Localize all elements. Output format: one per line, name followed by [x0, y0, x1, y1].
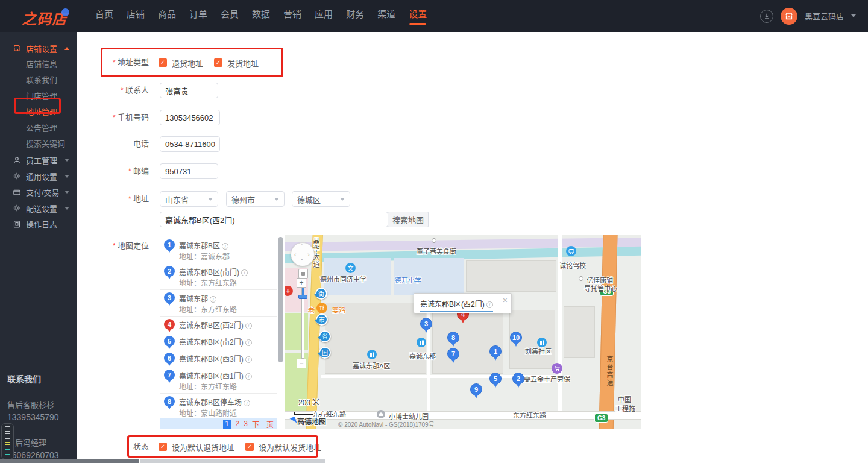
info-icon[interactable]: i [245, 323, 252, 329]
result-row-8[interactable]: 8嘉诚东郡B区停车场i地址：蒙山路附近 [160, 394, 277, 420]
map-locate-control[interactable] [298, 269, 308, 279]
next-page-link[interactable]: 下一页 [252, 419, 274, 429]
list-pin-icon: 2 [164, 266, 175, 277]
list-pin-icon: 1 [164, 239, 175, 250]
map-marker-5[interactable]: 5 [489, 373, 502, 385]
download-icon[interactable] [760, 10, 773, 23]
result-row-2[interactable]: 2嘉诚东郡B区(南门)i地址：东方红东路 [160, 263, 277, 290]
nav-item-10[interactable]: 渠道 [371, 0, 402, 32]
page-2[interactable]: 2 [236, 420, 240, 428]
phone-input[interactable] [160, 136, 220, 152]
page-3[interactable]: 3 [244, 420, 248, 428]
district-select[interactable]: 德城区 [292, 191, 350, 207]
result-address: 地址：东方红东路 [179, 381, 237, 391]
nav-item-9[interactable]: 财务 [339, 0, 371, 32]
map-label: 东方红东路 [513, 410, 546, 420]
checkbox-checked[interactable] [214, 58, 222, 67]
streetview-pin-icon[interactable]: 市 [316, 313, 328, 326]
sidebar-item-联系我们[interactable]: 联系我们 [0, 72, 77, 89]
zip-input[interactable] [160, 163, 218, 179]
zoom-out-button[interactable]: − [297, 359, 306, 368]
sidebar-item-地址管理[interactable]: 地址管理 [0, 104, 77, 121]
info-icon[interactable]: i [245, 373, 252, 380]
shop-icon [12, 44, 21, 53]
nav-item-4[interactable]: 订单 [183, 0, 214, 32]
nav-item-label: 店铺 [127, 7, 145, 20]
map-lane [484, 326, 556, 326]
page-1[interactable]: 1 [223, 420, 231, 429]
result-row-5[interactable]: 5嘉诚东郡B区(南2门)i [160, 333, 277, 350]
map-block [564, 306, 595, 358]
sidebar-item-搜索关键词[interactable]: 搜索关键词 [0, 136, 77, 153]
sidebar-group-1[interactable]: 店铺设置 [0, 40, 77, 57]
streetview-pin-icon[interactable]: 囯 [319, 347, 331, 359]
nav-item-2[interactable]: 店铺 [120, 0, 151, 32]
result-title: 嘉诚东郡B区(西1门)i [179, 370, 252, 380]
nav-item-8[interactable]: 应用 [308, 0, 339, 32]
result-row-7[interactable]: 7嘉诚东郡B区(西1门)i地址：东方红东路 [160, 367, 277, 394]
streetview-pin-icon[interactable]: 省 [319, 330, 331, 342]
info-icon[interactable]: i [244, 400, 250, 406]
store-avatar[interactable] [781, 8, 797, 25]
status-options: 设为默认退货地址设为默认发货地址 [159, 439, 332, 455]
nav-item-1[interactable]: 首页 [89, 0, 120, 32]
nav-item-label: 会员 [221, 7, 239, 20]
nav-item-7[interactable]: 营销 [277, 0, 308, 32]
nav-item-11[interactable]: 设置 [402, 0, 433, 32]
zoom-in-button[interactable]: + [297, 278, 306, 288]
info-icon[interactable]: i [222, 243, 228, 250]
map-marker-2[interactable]: 2 [512, 373, 524, 385]
zoom-slider-handle[interactable] [298, 295, 307, 299]
mobile-input[interactable] [160, 110, 220, 125]
info-icon[interactable]: i [245, 356, 252, 363]
popup-close-icon[interactable]: × [503, 295, 508, 305]
chevron-down-icon[interactable] [851, 14, 856, 20]
info-icon[interactable]: i [486, 301, 493, 308]
streetview-pin-icon[interactable]: 街 [315, 288, 327, 300]
result-address: 地址：嘉诚东郡 [179, 251, 230, 261]
sidebar-group-11[interactable]: 配送设置 [0, 200, 77, 216]
user-icon [12, 156, 21, 165]
province-select[interactable]: 山东省 [160, 191, 218, 207]
result-row-1[interactable]: 1嘉诚东郡B区i地址：嘉诚东郡 [160, 237, 277, 263]
map-marker-1[interactable]: 1 [489, 345, 502, 357]
nav-item-5[interactable]: 会员 [214, 0, 245, 32]
checkbox-checked[interactable] [159, 443, 167, 451]
result-row-4[interactable]: 4嘉诚东郡B区(西2门)i [160, 317, 277, 333]
nav-item-6[interactable]: 数据 [245, 0, 277, 32]
building-icon [417, 338, 426, 347]
store-name[interactable]: 黑豆云码店 [805, 10, 844, 22]
sidebar-group-8[interactable]: 员工管理 [0, 153, 77, 169]
sidebar-group-9[interactable]: 通用设置 [0, 168, 77, 184]
nav-item-3[interactable]: 商品 [151, 0, 183, 32]
sidebar-group-12[interactable]: 操作日志 [0, 216, 77, 233]
nav-active-underline [159, 23, 175, 25]
app-logo[interactable]: 之码店 [22, 7, 67, 28]
result-row-6[interactable]: 6嘉诚东郡B区(西3门)i [160, 350, 277, 367]
map-scale-label: 200 米 [298, 397, 319, 407]
contact-input[interactable] [160, 83, 218, 98]
map-canvas[interactable]: 晶华大道 京台高速 G3 G3 文 + 嘉诚东郡B区(西2门)i × ˆˇ‹› … [285, 235, 641, 429]
map-marker-8[interactable]: 8 [447, 332, 459, 344]
info-icon[interactable]: i [210, 296, 216, 303]
result-row-3[interactable]: 3嘉诚东郡i地址：东方红东路 [160, 290, 277, 317]
map-marker-7[interactable]: 7 [447, 348, 459, 360]
info-icon[interactable]: i [245, 339, 252, 346]
nav-item-label: 设置 [409, 7, 427, 20]
info-icon[interactable]: i [241, 269, 248, 276]
checkbox-checked[interactable] [245, 443, 254, 451]
sidebar-item-门店管理[interactable]: 门店管理 [0, 89, 77, 105]
city-select[interactable]: 德州市 [226, 191, 285, 207]
nav-item-label: 营销 [283, 7, 301, 20]
map-search-input[interactable] [160, 212, 388, 227]
list-scrollbar[interactable] [278, 237, 283, 362]
sidebar-item-公告管理[interactable]: 公告管理 [0, 121, 77, 137]
map-marker-9[interactable]: 9 [470, 383, 482, 395]
sidebar-group-10[interactable]: 支付/交易 [0, 184, 77, 201]
checkbox-checked[interactable] [159, 58, 167, 67]
sidebar-item-店铺信息[interactable]: 店铺信息 [0, 57, 77, 73]
map-marker-10[interactable]: 10 [510, 332, 522, 344]
map-marker-3[interactable]: 3 [420, 318, 432, 330]
map-compass-control[interactable]: ˆˇ‹› [291, 242, 315, 266]
search-map-button[interactable]: 搜索地图 [388, 212, 429, 227]
